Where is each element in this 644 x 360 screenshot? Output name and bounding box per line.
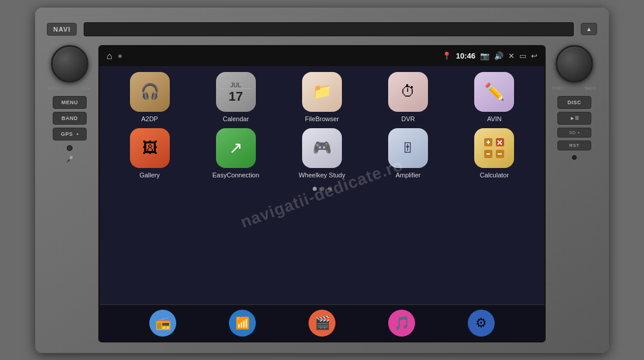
app-row-2: 🖼 Gallery ↗ EasyConnection 🎮 Wheelkey St… <box>109 128 535 179</box>
mic-icon: 🎤 <box>66 156 74 163</box>
amplifier-icon: 🎚 <box>388 128 428 168</box>
avin-label: AVIN <box>487 115 502 122</box>
gallery-label: Gallery <box>139 172 160 179</box>
disc-button[interactable]: DISC <box>557 96 591 109</box>
dock-media-button[interactable]: 🎬 <box>309 310 335 337</box>
left-side-buttons: MENU BAND GPS ▪ <box>53 96 87 140</box>
easyconn-icon: ↗ <box>216 128 256 168</box>
a2dp-label: A2DP <box>141 115 158 122</box>
app-easyconnection[interactable]: ↗ EasyConnection <box>210 128 262 179</box>
band-button[interactable]: BAND <box>53 112 87 125</box>
location-icon: 📍 <box>442 52 451 60</box>
back-icon[interactable]: ↩ <box>531 52 537 60</box>
speaker-left <box>67 145 73 151</box>
right-controls: EXEC BACK DISC ►ll SD ▪ RST <box>551 45 597 342</box>
app-amplifier[interactable]: 🎚 Amplifier <box>382 128 434 179</box>
cd-slot <box>84 22 574 36</box>
screen: navigatii-dedicate.ro ⌂ 📍 10:46 📷 🔊 ✕ ▭ … <box>98 45 546 342</box>
dock-radio-button[interactable]: 📻 <box>149 310 176 337</box>
window-icon[interactable]: ▭ <box>519 52 526 60</box>
play-pause-button[interactable]: ►ll <box>557 112 591 125</box>
page-dot-2[interactable] <box>320 187 324 191</box>
calculator-label: Calculator <box>480 172 509 179</box>
navi-button[interactable]: NAVI <box>47 23 77 36</box>
app-wheelkey[interactable]: 🎮 Wheelkey Study <box>296 128 348 179</box>
wheelkey-icon: 🎮 <box>302 128 342 168</box>
easyconn-label: EasyConnection <box>213 172 259 179</box>
camera-icon[interactable]: 📷 <box>480 52 489 60</box>
top-strip: NAVI ▲ <box>47 18 597 40</box>
app-grid: 🎧 A2DP JUL 17 Calendar 📁 FileBrowser <box>100 66 544 304</box>
app-filebrowser[interactable]: 📁 FileBrowser <box>296 72 348 122</box>
app-gallery[interactable]: 🖼 Gallery <box>124 128 176 179</box>
calendar-icon: JUL 17 <box>216 72 256 112</box>
right-side-buttons: DISC ►ll SD ▪ RST <box>557 96 591 150</box>
filebrowser-label: FileBrowser <box>305 115 339 122</box>
filebrowser-icon: 📁 <box>302 72 342 112</box>
app-dvr[interactable]: ⏱ DVR <box>382 72 434 122</box>
app-a2dp[interactable]: 🎧 A2DP <box>124 72 176 122</box>
page-dots <box>109 184 535 193</box>
rst-button[interactable]: RST <box>557 140 591 150</box>
right-knob[interactable] <box>556 45 593 83</box>
dock-bluetooth-button[interactable]: 📶 <box>229 310 256 337</box>
calculator-icon <box>474 128 514 168</box>
ir-receiver <box>572 155 577 160</box>
bottom-dock: 📻 📶 🎬 🎵 ⚙ <box>100 304 544 341</box>
left-knob[interactable] <box>51 45 88 83</box>
dock-settings-button[interactable]: ⚙ <box>468 310 495 337</box>
home-icon[interactable]: ⌂ <box>107 51 112 61</box>
status-bar: ⌂ 📍 10:46 📷 🔊 ✕ ▭ ↩ <box>100 46 544 66</box>
volume-icon[interactable]: 🔊 <box>494 52 503 60</box>
app-avin[interactable]: ✏️ AVIN <box>468 72 520 122</box>
dock-music-button[interactable]: 🎵 <box>388 310 415 337</box>
calendar-label: Calendar <box>222 115 249 122</box>
avol-band-labels: AVOL+ CH▲ <box>47 86 93 90</box>
head-unit: NAVI ▲ AVOL+ CH▲ MENU BAND GPS ▪ 🎤 navig… <box>35 8 609 353</box>
dot-indicator <box>118 54 122 58</box>
menu-button[interactable]: MENU <box>53 96 87 109</box>
exec-back-labels: EXEC BACK <box>551 86 597 90</box>
avin-icon: ✏️ <box>474 72 514 112</box>
wheelkey-label: Wheelkey Study <box>299 172 345 179</box>
dvr-label: DVR <box>402 115 415 122</box>
app-calendar[interactable]: JUL 17 Calendar <box>210 72 262 122</box>
page-dot-1[interactable] <box>313 187 317 191</box>
amplifier-label: Amplifier <box>396 172 421 179</box>
gallery-icon: 🖼 <box>130 128 170 168</box>
status-left: ⌂ <box>107 51 122 61</box>
app-calculator[interactable]: Calculator <box>468 128 520 179</box>
dvr-icon: ⏱ <box>388 72 428 112</box>
close-icon[interactable]: ✕ <box>508 52 515 60</box>
main-body: AVOL+ CH▲ MENU BAND GPS ▪ 🎤 navigatii-de… <box>47 45 597 342</box>
gps-button[interactable]: GPS ▪ <box>53 128 87 140</box>
sd-slot: SD ▪ <box>557 128 591 138</box>
status-right: 📍 10:46 📷 🔊 ✕ ▭ ↩ <box>442 52 537 60</box>
eject-button[interactable]: ▲ <box>581 23 597 35</box>
page-dot-3[interactable] <box>328 187 332 191</box>
status-time: 10:46 <box>456 52 475 60</box>
a2dp-icon: 🎧 <box>130 72 170 112</box>
left-controls: AVOL+ CH▲ MENU BAND GPS ▪ 🎤 <box>47 45 93 342</box>
app-row-1: 🎧 A2DP JUL 17 Calendar 📁 FileBrowser <box>109 72 535 122</box>
